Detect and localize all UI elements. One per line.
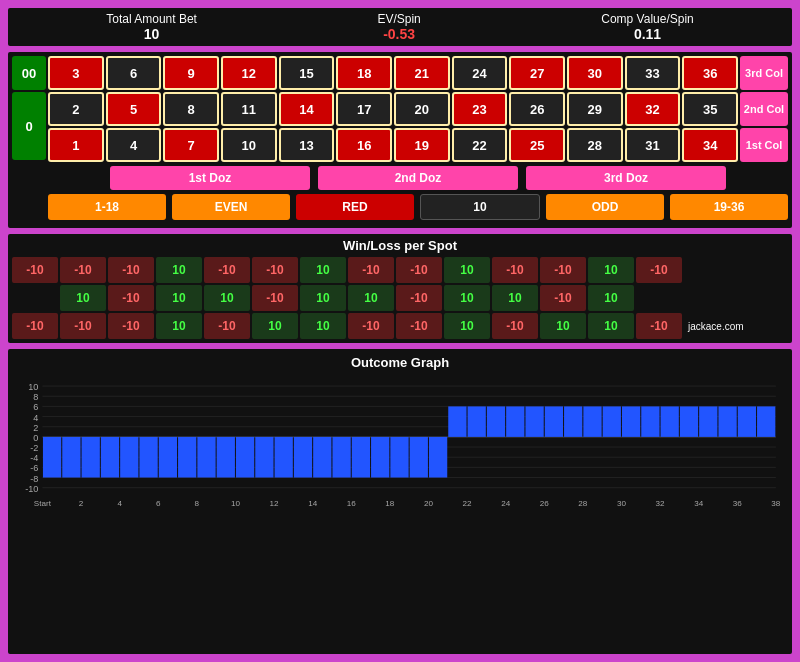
number-cell-7[interactable]: 7 [163,128,219,162]
wl-cell-0-0: -10 [60,257,106,283]
first-dozen-btn[interactable]: 1st Doz [110,166,310,190]
svg-rect-38 [352,437,370,478]
second-dozen-btn[interactable]: 2nd Doz [318,166,518,190]
number-cell-29[interactable]: 29 [567,92,623,126]
number-cell-5[interactable]: 5 [106,92,162,126]
btn-even[interactable]: EVEN [172,194,290,220]
number-cell-16[interactable]: 16 [336,128,392,162]
wl-row-1: 10-101010-101010-101010-1010 [12,285,788,311]
winloss-section: Win/Loss per Spot -10-10-1010-10-1010-10… [8,234,792,343]
number-cell-24[interactable]: 24 [452,56,508,90]
svg-text:0: 0 [33,433,38,443]
graph-title: Outcome Graph [14,355,786,370]
svg-text:26: 26 [540,499,550,508]
number-cell-28[interactable]: 28 [567,128,623,162]
svg-rect-32 [236,437,254,478]
number-cell-36[interactable]: 36 [682,56,738,90]
number-cell-27[interactable]: 27 [509,56,565,90]
number-cell-22[interactable]: 22 [452,128,508,162]
wl-cell-1-5: 10 [300,285,346,311]
svg-rect-44 [468,406,486,436]
number-cell-15[interactable]: 15 [279,56,335,90]
col-label-1st[interactable]: 1st Col [740,128,788,162]
svg-text:10: 10 [28,382,38,392]
number-cell-9[interactable]: 9 [163,56,219,90]
wl-cell-1-8: 10 [444,285,490,311]
number-cell-31[interactable]: 31 [625,128,681,162]
btn-black-10[interactable]: 10 [420,194,540,220]
wl-cell-2-9: -10 [492,313,538,339]
svg-text:12: 12 [270,499,280,508]
svg-rect-57 [718,406,736,436]
number-cell-3[interactable]: 3 [48,56,104,90]
main-container: Total Amount Bet 10 EV/Spin -0.53 Comp V… [0,0,800,662]
svg-rect-27 [139,437,157,478]
number-cell-1[interactable]: 1 [48,128,104,162]
third-dozen-btn[interactable]: 3rd Doz [526,166,726,190]
svg-rect-28 [159,437,177,478]
zero-cell-0[interactable]: 0 [12,92,46,160]
svg-text:10: 10 [231,499,241,508]
wl-zero-cell: -10 [12,257,58,283]
number-cell-10[interactable]: 10 [221,128,277,162]
svg-rect-25 [101,437,119,478]
number-cell-35[interactable]: 35 [682,92,738,126]
number-cell-18[interactable]: 18 [336,56,392,90]
wl-cell-1-9: 10 [492,285,538,311]
col-label-2nd[interactable]: 2nd Col [740,92,788,126]
number-cell-8[interactable]: 8 [163,92,219,126]
number-cell-30[interactable]: 30 [567,56,623,90]
wl-cell-2-6: -10 [348,313,394,339]
number-cell-13[interactable]: 13 [279,128,335,162]
svg-rect-40 [390,437,408,478]
svg-text:34: 34 [694,499,704,508]
number-cell-32[interactable]: 32 [625,92,681,126]
svg-text:-6: -6 [30,463,38,473]
number-cell-2[interactable]: 2 [48,92,104,126]
svg-text:24: 24 [501,499,511,508]
number-cell-11[interactable]: 11 [221,92,277,126]
svg-text:6: 6 [156,499,161,508]
svg-rect-54 [661,406,679,436]
number-cell-25[interactable]: 25 [509,128,565,162]
svg-text:36: 36 [733,499,743,508]
number-cell-14[interactable]: 14 [279,92,335,126]
ev-spin-label: EV/Spin [377,12,420,26]
svg-rect-34 [275,437,293,478]
svg-text:18: 18 [385,499,395,508]
board-grid: 00 0 36912151821242730333625811141720232… [12,56,788,162]
btn-19-36[interactable]: 19-36 [670,194,788,220]
number-cell-21[interactable]: 21 [394,56,450,90]
wl-cell-0-1: -10 [108,257,154,283]
number-cell-34[interactable]: 34 [682,128,738,162]
number-cell-19[interactable]: 19 [394,128,450,162]
btn-odd[interactable]: ODD [546,194,664,220]
number-cell-26[interactable]: 26 [509,92,565,126]
number-cell-4[interactable]: 4 [106,128,162,162]
number-cell-33[interactable]: 33 [625,56,681,90]
number-cell-6[interactable]: 6 [106,56,162,90]
svg-rect-47 [525,406,543,436]
number-cell-20[interactable]: 20 [394,92,450,126]
number-cell-17[interactable]: 17 [336,92,392,126]
svg-rect-49 [564,406,582,436]
number-cell-12[interactable]: 12 [221,56,277,90]
comp-value-value: 0.11 [634,26,661,42]
svg-rect-58 [738,406,756,436]
number-cell-23[interactable]: 23 [452,92,508,126]
winloss-title: Win/Loss per Spot [12,238,788,253]
svg-rect-51 [603,406,621,436]
svg-rect-42 [429,437,447,478]
col-label-3rd[interactable]: 3rd Col [740,56,788,90]
svg-rect-55 [680,406,698,436]
wl-cell-1-3: 10 [204,285,250,311]
wl-cell-1-2: 10 [156,285,202,311]
zero-cell-00[interactable]: 00 [12,56,46,90]
btn-red[interactable]: RED [296,194,414,220]
btn-1-18[interactable]: 1-18 [48,194,166,220]
svg-rect-41 [410,437,428,478]
svg-text:30: 30 [617,499,627,508]
jackace-label: jackace.com [688,321,744,332]
svg-rect-45 [487,406,505,436]
wl-spacer [12,285,58,311]
